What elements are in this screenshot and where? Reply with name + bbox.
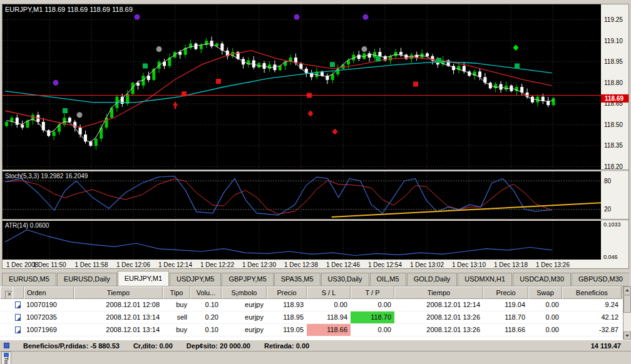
column-header-4[interactable]: S¡mbolo: [222, 286, 267, 299]
time-axis-label: 1 Dec 13:10: [452, 261, 486, 268]
signal-circle: [77, 112, 83, 118]
price-axis-label: 118.35: [604, 142, 623, 149]
terminal-statusbar: Beneficios/P,rdidas: -5 880.53Cr,dito: 0…: [0, 340, 631, 351]
close-terminal-button[interactable]: ×: [5, 291, 13, 299]
stoch-label: Stoch(5,3,3) 19.2982 16.2049: [5, 173, 88, 179]
time-axis-label: 1 Dec 12:38: [284, 261, 318, 268]
time-axis-label: 1 Dec 12:30: [242, 261, 276, 268]
price-axis-label: 119.10: [604, 38, 623, 44]
stoch-level-label: 20: [604, 206, 612, 213]
column-header-9[interactable]: Precio: [483, 286, 528, 299]
order-cell: eurjpy: [222, 311, 267, 323]
order-cell: 2008.12.01 12:14: [394, 299, 483, 311]
account-balance: 14 119.47: [591, 342, 621, 350]
time-axis-label: 1 Dec 12:22: [200, 261, 234, 268]
signal-square: [216, 79, 221, 84]
order-icon: [15, 314, 21, 321]
order-cell: 0.00: [528, 311, 562, 323]
chart-tab-gbpjpy-m5[interactable]: GBPJPY,M5: [222, 273, 273, 286]
order-cell: 118.94: [307, 311, 351, 323]
signal-square: [63, 108, 68, 113]
column-header-5[interactable]: Precio: [267, 286, 307, 299]
row-leading-cell: [0, 299, 13, 311]
time-axis-label: 1 Dec 13:26: [536, 261, 570, 268]
column-header-11[interactable]: Beneficios: [562, 286, 622, 299]
signal-square: [330, 62, 335, 67]
chart-tab-gold-daily[interactable]: GOLD,Daily: [407, 273, 458, 286]
chart-tab-usdjpy-m5[interactable]: USDJPY,M5: [170, 273, 221, 286]
bottom-dock: Terminal: [0, 351, 631, 364]
order-cell: 119.04: [483, 299, 528, 311]
order-cell: 2008.12.01 13:14: [74, 311, 163, 323]
order-row-10070190[interactable]: 100701902008.12.01 12:08buy0.10eurjpy118…: [0, 299, 623, 311]
chart-window[interactable]: 119.25119.10118.95118.80118.65118.50118.…: [2, 4, 629, 269]
terminal-header-row: ×OrdenTiempoTipoVolu...S¡mboloPrecioS / …: [0, 286, 623, 299]
price-axis-label: 118.80: [604, 79, 623, 86]
price-axis-label: 118.50: [604, 121, 623, 128]
chart-tab-us30-daily[interactable]: US30,Daily: [321, 273, 369, 286]
order-cell: buy: [163, 299, 190, 311]
column-header-10[interactable]: Swap: [528, 286, 562, 299]
column-header-7[interactable]: T / P: [351, 286, 394, 299]
time-axis-label: 1 Dec 13:18: [494, 261, 528, 268]
column-header-8[interactable]: Tiempo: [394, 286, 483, 299]
order-cell: -32.87: [562, 324, 622, 336]
order-cell: 118.93: [267, 299, 307, 311]
chart-tab-eurusd-daily[interactable]: EURUSD,Daily: [57, 273, 117, 286]
column-header-0[interactable]: Orden: [24, 286, 74, 299]
order-cell: 0.00: [307, 299, 351, 311]
account-summary: Beneficios/P,rdidas: -5 880.53Cr,dito: 0…: [23, 342, 309, 350]
chart-tab-eurjpy-m1[interactable]: EURJPY,M1: [118, 271, 169, 286]
signal-square: [143, 63, 148, 68]
order-cell: 2008.12.01 13:26: [394, 311, 483, 323]
status-item-0: Beneficios/P,rdidas: -5 880.53: [23, 342, 120, 350]
order-cell: 0.00: [351, 299, 394, 311]
scroll-down-button[interactable]: [623, 331, 631, 340]
scroll-up-button[interactable]: [623, 286, 631, 295]
time-axis-label: 1 Dec 12:06: [116, 261, 150, 268]
order-cell: 0.00: [528, 299, 562, 311]
triangle-up-icon: [625, 289, 629, 291]
column-header-3[interactable]: Volu...: [190, 286, 222, 299]
order-row-10071969[interactable]: 100719692008.12.01 13:14buy0.10eurjpy119…: [0, 324, 623, 336]
time-axis-label: 1 Dec 11:50: [33, 261, 66, 268]
atr-axis-label: 0.046: [603, 254, 618, 260]
terminal-header-icon-cell: [13, 286, 24, 299]
chart-title: EURJPY,M1 118.69 118.69 118.69 118.69: [5, 6, 133, 13]
price-axis-label: 119.25: [604, 16, 623, 23]
time-axis-label: 1 Dec 12:14: [158, 261, 192, 268]
triangle-down-icon: [625, 335, 629, 337]
order-cell: 118.66: [307, 324, 351, 336]
chart-tab-usdcad-m30[interactable]: USDCAD,M30: [513, 273, 571, 286]
column-header-6[interactable]: S / L: [307, 286, 351, 299]
signal-circle: [53, 80, 59, 86]
chart-tab-gbpusd-m30[interactable]: GBPUSD,M30: [572, 273, 629, 286]
price-axis-label: 118.95: [604, 58, 623, 65]
time-axis-label: 1 Dec 12:46: [326, 261, 360, 268]
order-icon: [15, 301, 21, 308]
row-icon-cell: [13, 324, 24, 336]
signal-circle: [294, 14, 300, 20]
column-header-1[interactable]: Tiempo: [74, 286, 163, 299]
terminal-scrollbar[interactable]: [623, 286, 631, 340]
stoch-level-label: 80: [604, 178, 612, 185]
order-cell: 118.95: [267, 311, 307, 323]
terminal-dock-tab[interactable]: Terminal: [1, 351, 11, 364]
chart-tabbar: EURUSD,M5EURUSD,DailyEURJPY,M1USDJPY,M5G…: [2, 270, 629, 286]
column-header-2[interactable]: Tipo: [163, 286, 190, 299]
status-item-1: Cr,dito: 0.00: [133, 342, 173, 350]
chart-tab-spa35-m5[interactable]: SPA35,M5: [274, 273, 321, 286]
order-cell: 0.00: [351, 324, 394, 336]
order-cell: 10070190: [24, 299, 74, 311]
scrollbar-thumb[interactable]: [623, 295, 631, 313]
chart-tab-usdmxn-h1[interactable]: USDMXN,H1: [458, 273, 512, 286]
chart-tab-eurusd-m5[interactable]: EURUSD,M5: [2, 273, 56, 286]
time-axis-label: 1 Dec 13:02: [410, 261, 444, 268]
order-row-10072035[interactable]: 100720352008.12.01 13:14sell0.20eurjpy11…: [0, 311, 623, 324]
order-cell: 119.05: [267, 324, 307, 336]
row-leading-cell: [0, 324, 13, 336]
order-cell: 0.20: [190, 311, 222, 323]
order-cell: 42.12: [562, 311, 622, 323]
price-chart-canvas[interactable]: 119.25119.10118.95118.80118.65118.50118.…: [3, 4, 628, 268]
chart-tab-oil-m5[interactable]: OIL,M5: [370, 273, 406, 286]
